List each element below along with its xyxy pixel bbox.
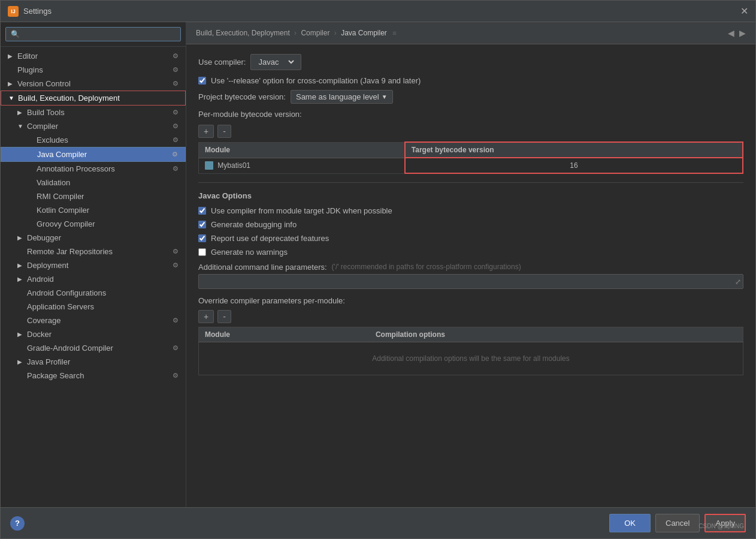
remove-module-button[interactable]: - (217, 125, 231, 138)
sidebar-item-android-config[interactable]: Android Configurations (1, 286, 186, 300)
sidebar-item-label: Version Control (17, 79, 71, 88)
arrow-icon: ▶ (17, 276, 25, 282)
sidebar-item-label: Validation (37, 178, 70, 187)
sidebar-item-label: Java Compiler (37, 150, 87, 159)
sidebar-item-java-profiler[interactable]: ▶ Java Profiler (1, 355, 186, 369)
sidebar-item-label: Editor (17, 52, 38, 61)
arrow-icon: ▶ (8, 80, 15, 87)
javac-opt1-label: Use compiler from module target JDK when… (211, 206, 392, 215)
divider (198, 182, 743, 183)
override-table: Module Compilation options Additional co… (198, 327, 743, 375)
forward-button[interactable]: ▶ (739, 28, 746, 38)
breadcrumb-current: Java Compiler (341, 29, 387, 37)
sidebar-item-android[interactable]: ▶ Android (1, 272, 186, 286)
sidebar-item-rmi-compiler[interactable]: RMI Compiler (1, 189, 186, 203)
sidebar-item-app-servers[interactable]: Application Servers (1, 300, 186, 314)
javac-option-3: Report use of deprecated features (198, 234, 743, 243)
javac-opt4-label: Generate no warnings (211, 248, 288, 257)
breadcrumb-part2: Compiler (301, 29, 329, 37)
override-title: Override compiler parameters per-module: (198, 296, 743, 305)
apply-button[interactable]: Apply (704, 514, 746, 532)
search-box (1, 22, 186, 47)
bytecode-version-select-wrapper[interactable]: Same as language level ▼ (291, 90, 393, 104)
window-title: Settings (23, 7, 52, 16)
settings-icon: ⚙ (173, 109, 179, 116)
bytecode-version-row: Project bytecode version: Same as langua… (198, 90, 743, 104)
additional-params-input[interactable] (198, 274, 743, 289)
javac-opt2-checkbox[interactable] (198, 221, 206, 228)
sidebar-item-debugger[interactable]: ▶ Debugger (1, 231, 186, 245)
help-button[interactable]: ? (10, 516, 25, 531)
arrow-icon: ▼ (17, 123, 25, 130)
sidebar-item-deployment[interactable]: ▶ Deployment ⚙ (1, 258, 186, 272)
sidebar-item-label: Build, Execution, Deployment (18, 94, 120, 103)
javac-opt3-checkbox[interactable] (198, 234, 206, 242)
settings-icon: ⚙ (173, 165, 179, 173)
close-button[interactable]: ✕ (740, 5, 748, 17)
cancel-button[interactable]: Cancel (655, 514, 700, 532)
override-add-button[interactable]: + (198, 310, 214, 323)
sidebar-item-plugins[interactable]: Plugins ⚙ (1, 63, 186, 77)
sidebar: ▶ Editor ⚙ Plugins ⚙ ▶ Version Control ⚙ (1, 22, 186, 507)
settings-icon: ⚙ (173, 122, 179, 130)
sidebar-item-package-search[interactable]: Package Search ⚙ (1, 369, 186, 383)
sidebar-item-remote-jar[interactable]: Remote Jar Repositories ⚙ (1, 245, 186, 258)
panel-nav: ◀ ▶ (728, 28, 746, 38)
sidebar-item-validation[interactable]: Validation (1, 176, 186, 189)
override-empty-text: Additional compilation options will be t… (199, 342, 743, 375)
override-empty-row: Additional compilation options will be t… (199, 342, 743, 375)
ok-button[interactable]: OK (609, 514, 651, 532)
release-option-label: Use '--release' option for cross-compila… (211, 76, 421, 85)
sidebar-item-label: Annotation Processors (37, 164, 115, 173)
sidebar-item-label: Remote Jar Repositories (27, 247, 113, 256)
sidebar-item-build-execution[interactable]: ▼ Build, Execution, Deployment (1, 91, 186, 106)
target-version-cell: 16 (405, 158, 743, 173)
override-remove-button[interactable]: - (217, 310, 231, 323)
sidebar-item-label: Android Configurations (27, 288, 106, 297)
arrow-icon: ▶ (17, 234, 25, 241)
sidebar-item-compiler[interactable]: ▼ Compiler ⚙ (1, 119, 186, 133)
sidebar-item-label: Java Profiler (27, 357, 70, 366)
back-button[interactable]: ◀ (728, 28, 734, 38)
settings-icon: ⚙ (173, 52, 179, 60)
sidebar-item-version-control[interactable]: ▶ Version Control ⚙ (1, 77, 186, 91)
target-version-col-header: Target bytecode version (405, 142, 743, 158)
compiler-dropdown[interactable]: Javac Eclipse AspectJ (256, 57, 296, 67)
sidebar-item-label: Kotlin Compiler (37, 206, 89, 215)
sidebar-item-coverage[interactable]: Coverage ⚙ (1, 314, 186, 327)
sidebar-item-editor[interactable]: ▶ Editor ⚙ (1, 49, 186, 63)
additional-params-label: Additional command line parameters: (198, 263, 327, 272)
search-input[interactable] (5, 27, 181, 41)
javac-opt1-checkbox[interactable] (198, 207, 206, 215)
sidebar-item-kotlin-compiler[interactable]: Kotlin Compiler (1, 203, 186, 217)
sidebar-item-build-tools[interactable]: ▶ Build Tools ⚙ (1, 106, 186, 119)
sidebar-item-gradle-android[interactable]: Gradle-Android Compiler ⚙ (1, 341, 186, 355)
sidebar-item-annotation-processors[interactable]: Annotation Processors ⚙ (1, 162, 186, 176)
javac-options-title: Javac Options (198, 191, 743, 200)
sidebar-item-java-compiler[interactable]: Java Compiler ⚙ (1, 147, 186, 162)
sidebar-item-docker[interactable]: ▶ Docker (1, 327, 186, 341)
sidebar-item-groovy-compiler[interactable]: Groovy Compiler (1, 217, 186, 231)
panel-body: Use compiler: Javac Eclipse AspectJ Use … (186, 44, 755, 507)
use-compiler-row: Use compiler: Javac Eclipse AspectJ (198, 54, 743, 70)
sidebar-item-label: Application Servers (27, 302, 94, 311)
breadcrumb-icon: ≡ (392, 29, 396, 37)
sidebar-item-label: Excludes (37, 135, 68, 144)
module-cell: Mybatis01 (199, 158, 405, 173)
sidebar-item-label: Debugger (27, 233, 61, 242)
release-option-checkbox[interactable] (198, 77, 206, 85)
breadcrumb-sep2: › (334, 29, 338, 37)
sidebar-item-label: Plugins (17, 65, 43, 74)
sidebar-item-excludes[interactable]: Excludes ⚙ (1, 133, 186, 147)
sidebar-item-label: Package Search (27, 371, 84, 380)
compiler-select-wrapper[interactable]: Javac Eclipse AspectJ (250, 54, 301, 70)
settings-icon: ⚙ (173, 317, 179, 324)
add-module-button[interactable]: + (198, 125, 214, 138)
override-module-header: Module (199, 327, 370, 342)
table-row: Mybatis01 16 (199, 158, 743, 173)
module-icon (205, 161, 213, 170)
settings-icon: ⚙ (173, 372, 179, 380)
javac-opt4-checkbox[interactable] (198, 248, 206, 256)
arrow-icon: ▼ (8, 95, 16, 101)
settings-icon: ⚙ (173, 66, 179, 74)
